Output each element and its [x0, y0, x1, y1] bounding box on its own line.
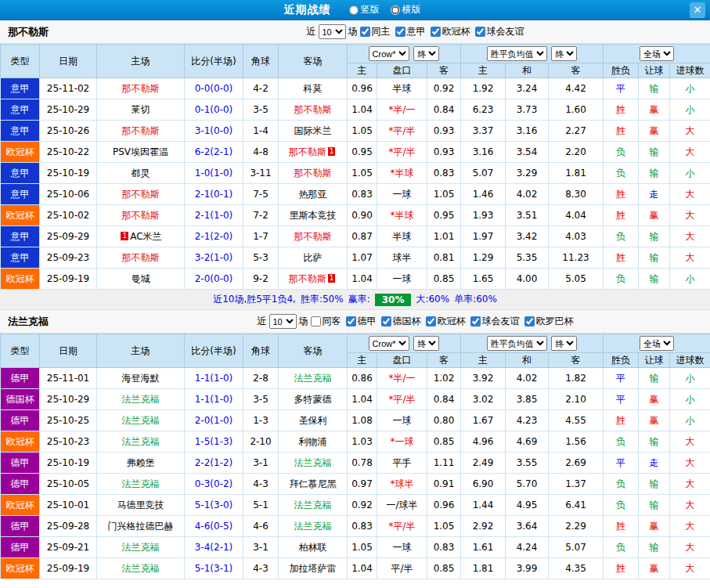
- home-team: 法兰克福: [97, 431, 185, 453]
- odds-company-select[interactable]: Crow*: [369, 46, 409, 61]
- home-team: 莱切: [97, 99, 185, 121]
- filter-checkbox[interactable]: [395, 27, 405, 37]
- filter-欧冠杯[interactable]: 欧冠杯: [431, 25, 470, 38]
- euro-odds-home: 1.93: [461, 205, 506, 226]
- home-team: 海登海默: [97, 368, 185, 389]
- match-count-select[interactable]: 10: [269, 314, 297, 329]
- handicap-odds-away: 0.95: [427, 205, 461, 226]
- layout-radio-vertical[interactable]: 竖版: [349, 3, 380, 16]
- match-score: 1-1(1-0): [185, 389, 243, 410]
- match-row: 欧冠杯25-10-01马德里竞技5-1(3-0)5-1法兰克福0.92一/球半0…: [1, 495, 710, 516]
- result-group: 全场: [604, 334, 710, 353]
- section-frankfurt: 法兰克福 近 10 场 同客德甲德国杯欧冠杯球会友谊欧罗巴杯 类型 日期 主场: [0, 310, 710, 579]
- away-team: 那不勒斯: [279, 226, 348, 247]
- filter-欧冠杯[interactable]: 欧冠杯: [426, 315, 466, 328]
- match-score: 6-2(2-1): [185, 142, 243, 163]
- filter-checkbox[interactable]: [311, 316, 321, 326]
- odds-company-select[interactable]: Crow*: [369, 336, 409, 351]
- corner-score: 5-3: [243, 247, 279, 269]
- match-date: 25-10-29: [40, 99, 97, 121]
- filter-checkbox[interactable]: [346, 316, 356, 326]
- handicap-odds-home: 0.95: [348, 142, 377, 163]
- match-score: 3-1(0-0): [185, 121, 243, 142]
- handicap-odds-group: Crow* 终: [348, 45, 461, 63]
- horizontal-radio[interactable]: [391, 5, 400, 15]
- scope-select[interactable]: 全场: [640, 336, 674, 351]
- result-handicap: 赢: [639, 121, 670, 142]
- match-count-select[interactable]: 10: [319, 24, 346, 39]
- filter-checkbox[interactable]: [470, 316, 481, 326]
- summary-single-rate: 单率:60%: [454, 293, 497, 306]
- filter-德甲[interactable]: 德甲: [346, 315, 377, 328]
- result-outcome: 胜: [604, 247, 639, 269]
- league-type-tag: 德甲: [1, 516, 40, 537]
- corner-score: 7-5: [243, 184, 279, 205]
- result-outcome: 胜: [604, 121, 639, 142]
- euro-odds-away: 4.55: [549, 410, 604, 431]
- euro-average-select[interactable]: 胜平负均值: [487, 46, 547, 61]
- result-goals: 大: [670, 516, 710, 537]
- euro-final-select[interactable]: 终: [551, 336, 577, 351]
- filter-意甲[interactable]: 意甲: [395, 25, 426, 38]
- handicap-line: *一球: [377, 431, 427, 453]
- match-row: 意甲25-09-291AC米兰2-1(2-0)1-7那不勒斯0.87半球1.01…: [1, 226, 710, 247]
- filter-checkbox[interactable]: [431, 27, 441, 37]
- scope-select[interactable]: 全场: [640, 46, 674, 61]
- corner-score: 1-4: [243, 121, 279, 142]
- result-goals: 大: [670, 474, 710, 495]
- col-date: 日期: [40, 45, 97, 78]
- filter-欧罗巴杯[interactable]: 欧罗巴杯: [524, 315, 574, 328]
- match-date: 25-10-19: [40, 453, 97, 474]
- euro-odds-home: 1.67: [461, 410, 506, 431]
- vertical-radio[interactable]: [349, 5, 359, 15]
- odds-final-select[interactable]: 终: [413, 46, 439, 61]
- filter-checkbox[interactable]: [426, 316, 436, 326]
- euro-odds-away: 6.41: [549, 495, 604, 516]
- filter-checkbox[interactable]: [381, 316, 391, 326]
- match-date: 25-10-02: [40, 205, 97, 226]
- layout-radio-horizontal[interactable]: 横版: [391, 3, 421, 16]
- euro-final-select[interactable]: 终: [551, 46, 577, 61]
- odds-final-select[interactable]: 终: [413, 336, 439, 351]
- filter-checkbox[interactable]: [360, 27, 370, 37]
- col-odds-away: 客: [427, 63, 461, 78]
- home-team: 那不勒斯: [97, 205, 185, 226]
- filter-同主[interactable]: 同主: [360, 25, 391, 38]
- match-row: 德甲25-10-19弗赖堡2-2(1-2)3-1法兰克福0.78平手1.112.…: [1, 453, 710, 474]
- match-row: 意甲25-10-19都灵1-0(1-0)3-11那不勒斯1.05*半球0.835…: [1, 163, 710, 184]
- match-date: 25-11-01: [40, 368, 97, 389]
- filter-同客[interactable]: 同客: [311, 315, 341, 328]
- filter-label: 同客: [323, 315, 341, 328]
- league-type-tag: 德甲: [1, 410, 40, 431]
- league-type-tag: 欧冠杯: [1, 495, 40, 516]
- match-date: 25-09-19: [40, 558, 97, 579]
- handicap-odds-away: 0.81: [427, 247, 461, 269]
- league-type-tag: 德甲: [1, 368, 40, 389]
- league-type-tag: 欧冠杯: [1, 269, 40, 290]
- handicap-odds-home: 1.04: [348, 558, 377, 579]
- euro-odds-home: 5.07: [461, 163, 506, 184]
- filter-球会友谊[interactable]: 球会友谊: [475, 25, 524, 38]
- col-type: 类型: [1, 334, 40, 368]
- euro-average-select[interactable]: 胜平负均值: [487, 336, 547, 351]
- match-date: 25-10-05: [40, 474, 97, 495]
- match-row: 欧冠杯25-10-22PSV埃因霍温6-2(2-1)4-8那不勒斯10.95*平…: [1, 142, 710, 163]
- section-header: 法兰克福 近 10 场 同客德甲德国杯欧冠杯球会友谊欧罗巴杯: [0, 310, 710, 334]
- close-button[interactable]: ✕: [690, 2, 705, 18]
- result-outcome: 平: [604, 389, 639, 410]
- section-header: 那不勒斯 近 10 场 同主意甲欧冠杯球会友谊: [0, 20, 710, 44]
- filter-德国杯[interactable]: 德国杯: [381, 315, 421, 328]
- handicap-odds-away: 0.83: [427, 163, 461, 184]
- result-goals: 小: [670, 78, 710, 99]
- filter-球会友谊[interactable]: 球会友谊: [470, 315, 520, 328]
- handicap-line: 平手: [377, 453, 427, 474]
- filter-checkbox[interactable]: [475, 27, 485, 37]
- result-handicap: 输: [639, 537, 670, 558]
- corner-score: 3-5: [243, 99, 279, 121]
- filter-checkbox[interactable]: [524, 316, 535, 326]
- result-goals: 大: [670, 495, 710, 516]
- handicap-line: *半球: [377, 163, 427, 184]
- col-handicap-result: 让球: [639, 63, 670, 78]
- result-outcome: 平: [604, 368, 639, 389]
- euro-odds-home: 3.16: [461, 142, 506, 163]
